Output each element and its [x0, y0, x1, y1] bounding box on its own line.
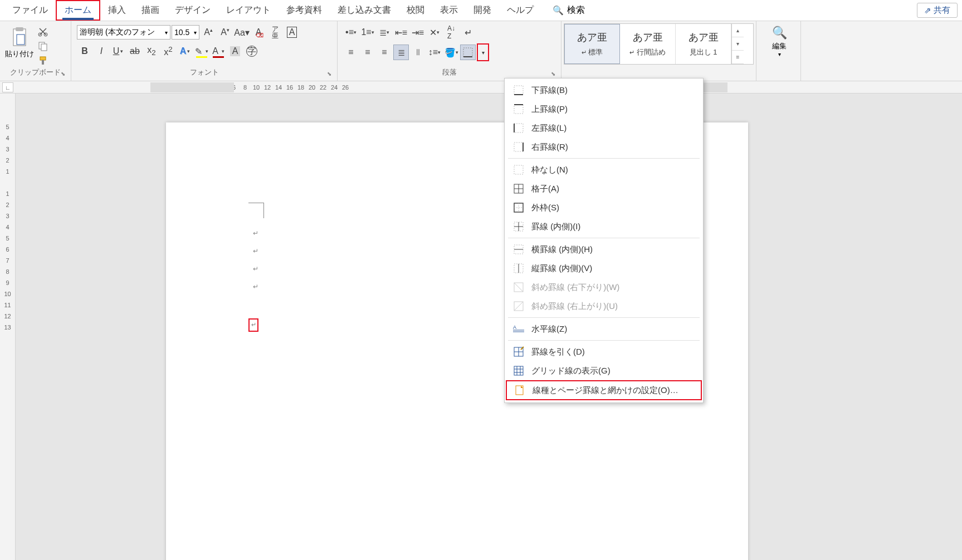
align-right-icon: ≡ — [382, 47, 387, 57]
format-painter-button[interactable] — [37, 55, 49, 67]
distribute-button[interactable]: ⫴ — [410, 45, 426, 60]
borders-dropdown-button[interactable]: ▾ — [478, 45, 488, 60]
tab-file[interactable]: ファイル — [4, 1, 56, 19]
font-color-button[interactable]: A▾ — [211, 43, 226, 59]
subscript-button[interactable]: x2 — [144, 43, 159, 59]
char-border-button[interactable]: A — [284, 24, 300, 40]
menu-border-inside-h[interactable]: 横罫線 (内側)(H) — [505, 240, 703, 259]
show-marks-button[interactable]: ↵ — [460, 24, 476, 40]
paragraph-dialog-launcher[interactable]: ⬊ — [551, 71, 559, 78]
bold-icon: B — [81, 46, 88, 56]
tab-review[interactable]: 校閲 — [399, 1, 432, 19]
tab-developer[interactable]: 開発 — [466, 1, 499, 19]
tab-layout[interactable]: レイアウト — [218, 1, 279, 19]
menu-border-right[interactable]: 右罫線(R) — [505, 137, 703, 156]
paste-button[interactable]: 貼り付け — [3, 24, 36, 59]
tab-draw[interactable]: 描画 — [134, 1, 167, 19]
styles-scroll-up[interactable]: ▴ — [732, 24, 744, 37]
search-area[interactable]: 🔍 検索 — [553, 4, 585, 16]
sort-button[interactable]: A↓Z — [443, 24, 459, 40]
line-spacing-button[interactable]: ↕≡▾ — [427, 45, 442, 60]
change-case-button[interactable]: Aa▾ — [234, 24, 250, 40]
numbering-button[interactable]: 1≡▾ — [360, 24, 375, 40]
align-right-button[interactable]: ≡ — [377, 45, 392, 60]
align-left-button[interactable]: ≡ — [343, 45, 359, 60]
styles-scroll-down[interactable]: ▾ — [732, 37, 744, 51]
svg-rect-19 — [514, 165, 523, 174]
svg-rect-9 — [463, 48, 472, 57]
menu-view-gridlines[interactable]: グリッド線の表示(G) — [505, 361, 703, 380]
menu-border-inside-v[interactable]: 縦罫線 (内側)(V) — [505, 259, 703, 278]
bold-button[interactable]: B — [77, 43, 92, 59]
menu-border-bottom[interactable]: 下罫線(B) — [505, 81, 703, 100]
justify-button[interactable]: ≣ — [393, 45, 409, 60]
menu-horizontal-line[interactable]: A水平線(Z) — [505, 320, 703, 338]
strikethrough-button[interactable]: ab — [127, 43, 143, 59]
asian-layout-button[interactable]: ✕▾ — [427, 24, 442, 40]
tab-insert[interactable]: 挿入 — [100, 1, 134, 19]
enclose-char-button[interactable]: 字 — [244, 43, 260, 59]
svg-line-36 — [514, 302, 523, 311]
increase-indent-button[interactable]: ⇥≡ — [410, 24, 426, 40]
bullets-button[interactable]: •≡▾ — [343, 24, 359, 40]
shading-button[interactable]: 🪣▾ — [443, 45, 459, 60]
style-heading1[interactable]: あア亜 見出し 1 — [676, 24, 731, 64]
svg-text:A: A — [513, 325, 516, 330]
font-dialog-launcher[interactable]: ⬊ — [327, 71, 335, 78]
menu-border-outside[interactable]: 外枠(S) — [505, 198, 703, 217]
menu-border-none[interactable]: 枠なし(N) — [505, 160, 703, 179]
font-color-icon: A — [212, 46, 218, 56]
menu-label: 水平線(Z) — [531, 324, 567, 335]
styles-scroll: ▴ ▾ ≡ — [731, 24, 744, 64]
underline-button[interactable]: U▾ — [110, 43, 126, 59]
italic-button[interactable]: I — [94, 43, 109, 59]
grow-font-button[interactable]: A▴ — [201, 24, 216, 40]
paragraph-mark: ↵ — [253, 229, 258, 237]
tab-mailings[interactable]: 差し込み文書 — [330, 1, 399, 19]
clipboard-dialog-launcher[interactable]: ⬊ — [61, 71, 69, 78]
document-area: 5 4 3 2 1 1 2 3 4 5 6 7 8 9 10 11 12 13 … — [0, 94, 962, 560]
menu-border-left[interactable]: 左罫線(L) — [505, 119, 703, 137]
enclose-char-icon: 字 — [246, 46, 257, 57]
page-canvas[interactable]: ↵ ↵ ↵ ↵ ↵ — [16, 94, 962, 560]
clear-format-button[interactable]: A⌫ — [251, 24, 266, 40]
align-center-button[interactable]: ≡ — [360, 45, 375, 60]
text-effects-button[interactable]: A▾ — [177, 43, 193, 59]
decrease-indent-button[interactable]: ⇤≡ — [393, 24, 409, 40]
styles-expand[interactable]: ≡ — [732, 51, 744, 64]
share-button[interactable]: ⇗ 共有 — [917, 3, 958, 18]
style-nospacing[interactable]: あア亜 ↵ 行間詰め — [620, 24, 676, 64]
menu-separator — [508, 238, 700, 238]
ruler-tick: 24 — [329, 84, 340, 91]
superscript-icon: x2 — [164, 45, 172, 57]
shrink-font-button[interactable]: A▾ — [217, 24, 233, 40]
ruler-corner[interactable]: ∟ — [2, 82, 13, 92]
phonetic-guide-button[interactable]: ア亜 — [267, 24, 283, 40]
horizontal-ruler[interactable]: ∟ 8 6 4 2 2 4 6 8 10 12 14 16 18 20 22 2… — [0, 81, 962, 94]
vertical-ruler[interactable]: 5 4 3 2 1 1 2 3 4 5 6 7 8 9 10 11 12 13 — [0, 94, 16, 560]
borders-button[interactable] — [460, 45, 476, 60]
superscript-button[interactable]: x2 — [160, 43, 176, 59]
menu-border-all[interactable]: 格子(A) — [505, 179, 703, 198]
indent-icon: ⇥≡ — [412, 27, 424, 38]
find-button[interactable]: 🔍 編集 ▾ — [760, 23, 799, 57]
font-size-combo[interactable]: 10.5▾ — [172, 25, 199, 40]
tab-references[interactable]: 参考資料 — [279, 1, 330, 19]
tab-home[interactable]: ホーム — [57, 1, 99, 19]
font-name-combo[interactable]: 游明朝 (本文のフォン▾ — [77, 25, 170, 40]
ruler-tick: 3 — [6, 210, 9, 222]
tab-design[interactable]: デザイン — [167, 1, 218, 19]
menu-border-top[interactable]: 上罫線(P) — [505, 100, 703, 119]
tab-view[interactable]: 表示 — [432, 1, 466, 19]
tab-help[interactable]: ヘルプ — [499, 1, 541, 19]
menu-borders-shading[interactable]: 線種とページ罫線と網かけの設定(O)… — [506, 380, 702, 400]
copy-button[interactable] — [37, 40, 49, 52]
ruler-tick: 2 — [6, 155, 9, 166]
menu-border-inside[interactable]: 罫線 (内側)(I) — [505, 217, 703, 236]
char-shading-button[interactable]: A — [227, 43, 243, 59]
cut-button[interactable] — [37, 26, 49, 38]
highlight-button[interactable]: ✎▾ — [194, 43, 209, 59]
menu-draw-table[interactable]: 罫線を引く(D) — [505, 342, 703, 361]
multilevel-button[interactable]: ≣▾ — [377, 24, 392, 40]
style-normal[interactable]: あア亜 ↵ 標準 — [564, 24, 620, 64]
